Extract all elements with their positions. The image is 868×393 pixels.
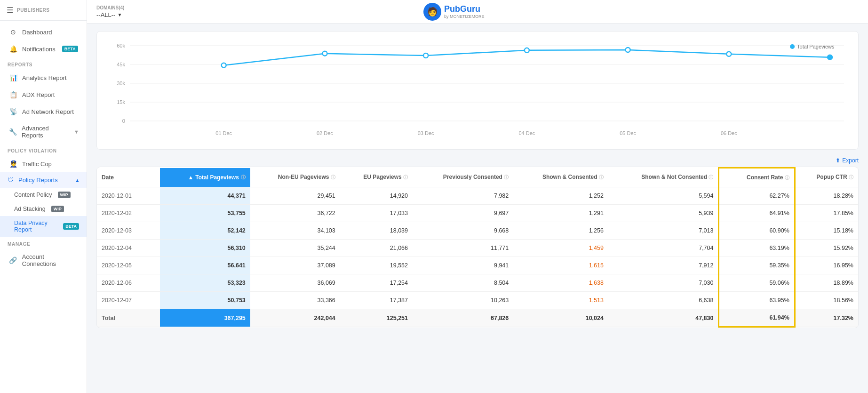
sidebar-item-adnetwork[interactable]: 📡 Ad Network Report: [0, 103, 87, 120]
table-row: 2020-12-03 52,142 34,103 18,039 9,668 1,…: [97, 222, 858, 240]
cell-consent-rate: 63.95%: [719, 292, 795, 309]
adx-icon: 📋: [9, 91, 17, 98]
sidebar-item-advanced[interactable]: 🔧 Advanced Reports ▼: [0, 120, 87, 144]
sidebar-item-notifications[interactable]: 🔔 Notifications BETA: [0, 40, 87, 57]
svg-text:Total Pageviews: Total Pageviews: [797, 44, 835, 49]
info-icon-non-eu[interactable]: ⓘ: [331, 175, 335, 180]
analytics-icon: 📊: [9, 74, 17, 81]
domains-label: DOMAINS(4): [96, 5, 124, 10]
svg-point-14: [626, 48, 630, 52]
info-icon-popup[interactable]: ⓘ: [849, 175, 853, 180]
cell-eu: 17,033: [340, 205, 413, 222]
table-body: 2020-12-01 44,371 29,451 14,920 7,982 1,…: [97, 187, 858, 327]
table-row: 2020-12-07 50,753 33,366 17,387 10,263 1…: [97, 292, 858, 309]
policy-reports-group[interactable]: 🛡 Policy Reports ▲: [0, 172, 87, 188]
export-icon: ⬆: [836, 157, 840, 164]
logo-text: PubGuru: [444, 4, 485, 14]
domains-dropdown[interactable]: --ALL-- ▼: [96, 11, 124, 18]
cell-eu: 18,039: [340, 222, 413, 240]
cell-total-eu: 125,251: [340, 309, 413, 327]
table-row: 2020-12-04 56,310 35,244 21,066 11,771 1…: [97, 240, 858, 257]
cell-total-popup-ctr: 17.32%: [795, 309, 858, 327]
trafficcop-icon: 👮: [9, 160, 17, 168]
info-icon-total-pv[interactable]: ⓘ: [241, 174, 246, 181]
cell-total-pv: 53,323: [160, 274, 250, 292]
advanced-icon: 🔧: [9, 128, 17, 136]
cell-consent-rate: 59.35%: [719, 257, 795, 274]
cell-total-shown-nc: 47,830: [608, 309, 719, 327]
table-row: 2020-12-06 53,323 36,069 17,254 8,504 1,…: [97, 274, 858, 292]
svg-text:06 Dec: 06 Dec: [721, 130, 737, 136]
sidebar-item-trafficcop[interactable]: 👮 Traffic Cop: [0, 155, 87, 172]
cell-total-pv: 56,641: [160, 257, 250, 274]
sidebar-item-account-connections[interactable]: 🔗 Account Connections: [0, 249, 87, 272]
cell-non-eu: 36,069: [250, 274, 340, 292]
cell-total-pv: 56,310: [160, 240, 250, 257]
cell-shown-not-consented: 5,939: [608, 205, 719, 222]
adnetwork-icon: 📡: [9, 108, 17, 115]
hamburger-icon[interactable]: ☰: [7, 6, 13, 15]
domains-value-text: --ALL--: [96, 11, 115, 18]
cell-consent-rate: 59.06%: [719, 274, 795, 292]
table-row: 2020-12-01 44,371 29,451 14,920 7,982 1,…: [97, 187, 858, 205]
cell-date: 2020-12-05: [97, 257, 160, 274]
svg-point-12: [423, 53, 428, 58]
th-shown-not-consented: Shown & Not Consented ⓘ: [608, 168, 719, 187]
sidebar-item-dashboard[interactable]: ⊙ Dashboard: [0, 24, 87, 40]
sidebar-item-analytics[interactable]: 📊 Analytics Report: [0, 69, 87, 86]
sidebar-item-content-policy[interactable]: Content Policy WIP: [0, 188, 87, 202]
export-button[interactable]: ⬆ Export: [836, 157, 859, 164]
sidebar-header: ☰ PUBLISHERS: [0, 0, 87, 21]
sidebar-item-data-privacy[interactable]: Data Privacy Report BETA: [0, 216, 87, 237]
th-prev-consented: Previously Consented ⓘ: [413, 168, 513, 187]
dashboard-label: Dashboard: [22, 29, 52, 36]
sidebar-nav: ⊙ Dashboard 🔔 Notifications BETA REPORTS…: [0, 21, 87, 393]
cell-eu: 21,066: [340, 240, 413, 257]
content-area: 60k 45k 30k 15k 0: [87, 24, 868, 393]
cell-prev-consented: 11,771: [413, 240, 513, 257]
export-label: Export: [842, 157, 859, 164]
cell-non-eu: 29,451: [250, 187, 340, 205]
cell-eu: 17,254: [340, 274, 413, 292]
adnetwork-label: Ad Network Report: [22, 108, 74, 115]
cell-shown-consented: 1,615: [513, 257, 608, 274]
sidebar-item-adx[interactable]: 📋 ADX Report: [0, 86, 87, 103]
cell-prev-consented: 9,668: [413, 222, 513, 240]
analytics-label: Analytics Report: [22, 74, 67, 81]
dashboard-icon: ⊙: [9, 28, 17, 36]
sidebar-item-ad-stacking[interactable]: Ad Stacking WIP: [0, 202, 87, 216]
cell-shown-not-consented: 6,638: [608, 292, 719, 309]
info-icon-shown-c[interactable]: ⓘ: [599, 175, 604, 180]
cell-popup-ctr: 15.92%: [795, 240, 858, 257]
cell-shown-not-consented: 7,704: [608, 240, 719, 257]
cell-total-total-pv: 367,295: [160, 309, 250, 327]
svg-point-13: [525, 48, 529, 53]
domains-selector[interactable]: DOMAINS(4) --ALL-- ▼: [96, 5, 124, 18]
svg-point-16: [828, 55, 832, 60]
svg-text:30k: 30k: [117, 80, 125, 86]
top-bar: DOMAINS(4) --ALL-- ▼ 🧑 PubGuru by MONETI…: [87, 0, 868, 24]
svg-text:60k: 60k: [117, 43, 125, 48]
cell-popup-ctr: 17.85%: [795, 205, 858, 222]
shield-icon: 🛡: [8, 176, 14, 184]
cell-non-eu: 33,366: [250, 292, 340, 309]
chart-svg: 60k 45k 30k 15k 0: [106, 41, 849, 144]
wip-badge-content: WIP: [58, 192, 71, 198]
svg-text:05 Dec: 05 Dec: [620, 130, 636, 136]
info-icon-prev[interactable]: ⓘ: [504, 175, 509, 180]
svg-text:02 Dec: 02 Dec: [317, 130, 333, 136]
link-icon: 🔗: [9, 257, 17, 264]
cell-total-prev: 67,826: [413, 309, 513, 327]
cell-shown-consented: 1,256: [513, 222, 608, 240]
cell-eu: 17,387: [340, 292, 413, 309]
cell-shown-not-consented: 7,912: [608, 257, 719, 274]
info-icon-shown-nc[interactable]: ⓘ: [709, 175, 713, 180]
cell-prev-consented: 9,941: [413, 257, 513, 274]
info-icon-eu[interactable]: ⓘ: [403, 175, 408, 180]
th-non-eu: Non-EU Pageviews ⓘ: [250, 168, 340, 187]
info-icon-consent[interactable]: ⓘ: [785, 175, 789, 180]
table-row: 2020-12-05 56,641 37,089 19,552 9,941 1,…: [97, 257, 858, 274]
data-table: Date ▲ Total Pageviews ⓘ Non-EU Pageview…: [96, 167, 859, 328]
adx-label: ADX Report: [22, 91, 55, 98]
sidebar: ☰ PUBLISHERS ⊙ Dashboard 🔔 Notifications…: [0, 0, 87, 393]
